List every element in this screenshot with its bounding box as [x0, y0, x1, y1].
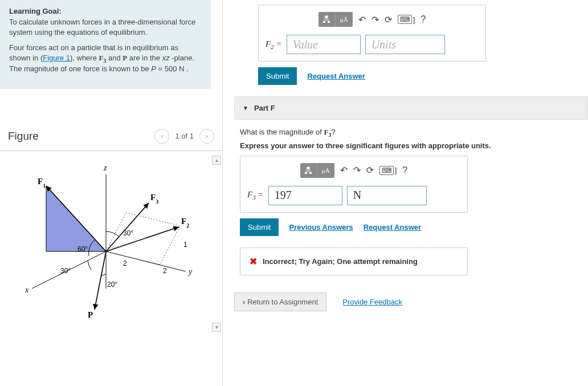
- refresh-icon[interactable]: ⟳: [366, 165, 374, 176]
- request-answer-link[interactable]: Request Answer: [307, 72, 365, 80]
- redo-icon[interactable]: ↷: [353, 165, 361, 176]
- figure-link[interactable]: Figure 1: [43, 54, 70, 62]
- figure-prev-button[interactable]: ‹: [154, 129, 169, 144]
- redo-icon[interactable]: ↷: [371, 14, 379, 25]
- submit-button[interactable]: Submit: [240, 218, 279, 236]
- part-f-title: Part F: [254, 104, 275, 112]
- part-f-answer-panel: μÅ ↶ ↷ ⟳ ⌨ ] ? F3 = 197 N: [240, 156, 468, 213]
- part-f-header[interactable]: ▼ Part F: [234, 96, 588, 120]
- request-answer-link[interactable]: Request Answer: [364, 223, 421, 231]
- divider: [0, 151, 222, 151]
- toolbar: μÅ ↶ ↷ ⟳ ⌨ ] ?: [266, 12, 479, 27]
- f3-label: F3 =: [247, 190, 264, 201]
- learning-goal-box: Learning Goal: To calculate unknown forc…: [0, 0, 211, 89]
- collapse-icon: ▼: [243, 105, 248, 111]
- svg-text:20°: 20°: [107, 281, 117, 289]
- equation-row: F2 = Value Units: [266, 35, 479, 54]
- keyboard-icon[interactable]: ⌨: [379, 166, 394, 175]
- svg-text:y: y: [187, 267, 193, 276]
- svg-line-19: [95, 251, 106, 310]
- svg-rect-23: [325, 16, 328, 18]
- help-icon[interactable]: ?: [402, 165, 407, 176]
- svg-text:2: 2: [163, 267, 167, 275]
- svg-rect-29: [305, 172, 307, 174]
- incorrect-icon: ✖: [250, 256, 257, 267]
- svg-text:1: 1: [183, 241, 187, 249]
- refresh-icon[interactable]: ⟳: [385, 14, 392, 25]
- svg-text:F3: F3: [150, 193, 158, 205]
- template-tool-group: μÅ: [318, 12, 353, 27]
- svg-rect-25: [323, 21, 325, 23]
- figure-diagram: ▴ z y x: [0, 155, 222, 333]
- chevron-left-icon: ‹: [243, 298, 245, 306]
- help-icon[interactable]: ?: [420, 14, 426, 25]
- svg-text:30°: 30°: [123, 229, 133, 237]
- mu-a-tool-icon[interactable]: μÅ: [317, 163, 334, 178]
- toolbar: μÅ ↶ ↷ ⟳ ⌨ ] ?: [247, 163, 460, 178]
- return-button[interactable]: ‹ Return to Assignment: [234, 292, 326, 311]
- units-input[interactable]: Units: [365, 35, 445, 54]
- mu-a-tool-icon[interactable]: μÅ: [336, 12, 353, 27]
- value-input[interactable]: Value: [287, 35, 361, 54]
- units-input[interactable]: N: [347, 186, 427, 205]
- f2-label: F2 =: [266, 39, 282, 50]
- figure-title: Figure: [8, 130, 39, 143]
- submit-button[interactable]: Submit: [258, 67, 297, 85]
- template-tool-group: μÅ: [300, 163, 334, 178]
- feedback-text: Incorrect; Try Again; One attempt remain…: [263, 257, 418, 266]
- svg-text:z: z: [103, 164, 107, 172]
- svg-text:F2: F2: [181, 217, 189, 229]
- svg-text:F1: F1: [38, 177, 46, 189]
- fraction-tool-icon[interactable]: [318, 12, 336, 27]
- svg-rect-27: [307, 167, 309, 169]
- svg-text:2: 2: [123, 259, 127, 267]
- equation-row: F3 = 197 N: [247, 186, 460, 205]
- undo-icon[interactable]: ↶: [358, 14, 366, 25]
- part-e-answer-panel: μÅ ↶ ↷ ⟳ ⌨ ] ? F2 = Value Units: [258, 5, 486, 62]
- figure-pager: ‹ 1 of 1 ›: [154, 129, 214, 144]
- part-f-question: What is the magnitude of F3?: [240, 128, 582, 138]
- svg-text:30°: 30°: [60, 267, 71, 275]
- part-f-instruction: Express your answer to three significant…: [240, 141, 582, 150]
- svg-rect-26: [328, 21, 330, 23]
- problem-setup: Four forces act on a particle that is in…: [9, 43, 202, 74]
- svg-text:P: P: [88, 310, 93, 319]
- svg-text:x: x: [24, 286, 29, 294]
- svg-rect-30: [309, 172, 312, 174]
- learning-goal-heading: Learning Goal:: [9, 7, 202, 15]
- value-input[interactable]: 197: [268, 186, 342, 205]
- learning-goal-text: To calculate unknown forces in a three-d…: [9, 17, 202, 37]
- force-diagram-svg: z y x F1 F3 30°: [15, 160, 197, 320]
- figure-next-button[interactable]: ›: [199, 129, 214, 144]
- svg-text:60°: 60°: [77, 245, 88, 253]
- scroll-up-icon[interactable]: ▴: [212, 156, 221, 165]
- figure-counter: 1 of 1: [175, 132, 194, 140]
- keyboard-icon[interactable]: ⌨: [398, 15, 412, 24]
- feedback-box: ✖ Incorrect; Try Again; One attempt rema…: [240, 247, 468, 275]
- provide-feedback-link[interactable]: Provide Feedback: [342, 298, 402, 306]
- previous-answers-link[interactable]: Previous Answers: [289, 223, 353, 231]
- scroll-down-icon[interactable]: ▾: [212, 323, 221, 332]
- undo-icon[interactable]: ↶: [340, 165, 348, 176]
- fraction-tool-icon[interactable]: [300, 163, 317, 178]
